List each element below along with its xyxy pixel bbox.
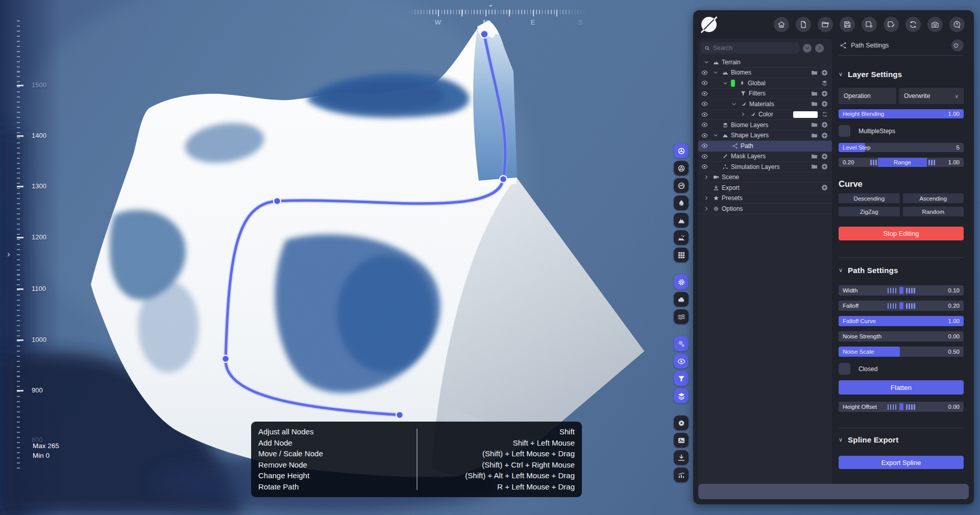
layer-row-shape-layers[interactable]: Shape Layers [698,131,832,141]
layer-row-color[interactable]: Color [698,110,832,120]
chevron-right-icon[interactable] [702,175,710,180]
range-band[interactable]: Range [878,158,927,167]
tool-filter-funnel[interactable] [674,371,689,386]
layer-row-materials[interactable]: Materials [698,99,832,110]
left-panel-expander[interactable]: › [7,249,10,259]
layer-row-scene[interactable]: Scene [698,173,832,183]
tool-layers[interactable] [674,388,689,403]
height-blending-slider[interactable]: Height Blending 1.00 [839,109,964,118]
tool-statistics-chart[interactable] [674,468,689,482]
tool-cloud[interactable] [674,292,689,307]
layer-row-biomes[interactable]: Biomes [698,68,832,79]
tool-gears[interactable] [674,336,689,351]
layer-row-filters[interactable]: Filters [698,89,832,100]
tool-erosion-flame[interactable] [674,195,689,210]
noise-scale-slider[interactable]: Noise Scale 0.50 [839,347,964,357]
curve-ascending-button[interactable]: Ascending [903,193,964,203]
chevron-right-icon[interactable] [702,195,710,201]
folder-icon[interactable] [811,90,818,97]
tool-island[interactable] [674,230,689,245]
new-file-button[interactable] [796,17,811,32]
chevron-down-icon[interactable] [730,102,738,107]
add-icon[interactable] [821,101,828,107]
power-toggle-button[interactable] [951,39,964,52]
visibility-eye-icon[interactable] [701,80,708,86]
layer-row-path[interactable]: Path [698,141,832,152]
save-button[interactable] [840,17,855,32]
tool-world-wheel[interactable] [674,143,689,158]
layer-row-options[interactable]: Options [698,204,832,214]
falloff-slider[interactable]: Falloff 0.20 [839,301,964,311]
chevron-right-icon[interactable] [739,112,747,117]
tool-visibility-eye[interactable] [674,354,689,369]
folder-icon[interactable] [811,132,818,139]
color-swatch[interactable] [793,111,818,118]
slider-handle[interactable] [899,302,903,309]
tool-grid[interactable] [674,248,689,262]
folder-icon[interactable] [811,101,818,107]
multiple-steps-checkbox[interactable] [839,125,850,137]
closed-checkbox[interactable] [839,363,850,375]
layer-row-biome-layers[interactable]: Biome Layers [698,120,832,131]
layer-row-simulation-layers[interactable]: Simulation Layers [698,162,832,173]
operation-dropdown[interactable]: Overwrite ∨ [899,88,964,104]
noise-strength-slider[interactable]: Noise Strength 0.00 [839,331,964,341]
visibility-eye-icon[interactable] [701,101,708,107]
add-icon[interactable] [821,132,828,139]
tool-planet-terrain[interactable] [674,178,689,193]
tool-world-wheel-alt[interactable] [674,161,689,176]
level-step-slider[interactable]: Level Step 5 [839,143,964,152]
screenshot-button[interactable] [927,17,943,32]
layer-row-mask-layers[interactable]: Mask Layers [698,152,832,162]
save-as-button[interactable] [862,17,877,32]
width-slider[interactable]: Width 0.10 [839,285,964,296]
visibility-eye-icon[interactable] [701,153,708,160]
visibility-eye-icon[interactable] [701,142,708,149]
add-icon[interactable] [821,184,828,191]
chevron-down-icon[interactable] [702,60,710,65]
save-edit-button[interactable] [884,17,899,32]
chevron-down-icon[interactable] [712,70,719,75]
layer-row-export[interactable]: Export [698,183,832,193]
open-folder-button[interactable] [818,17,833,32]
tool-water-waves[interactable] [674,309,689,324]
tool-mountain[interactable] [674,213,689,228]
folder-icon[interactable] [811,163,818,170]
layer-row-terrain[interactable]: Terrain [698,57,832,68]
flatten-button[interactable]: Flatten [839,380,964,395]
slider-handle[interactable] [899,287,903,294]
layer-settings-section-header[interactable]: ∨ Layer Settings [839,70,964,79]
spline-export-section-header[interactable]: ∨ Spline Export [839,435,964,444]
folder-icon[interactable] [811,69,818,76]
slider-handle[interactable] [899,403,903,410]
range-slider[interactable]: 0.20 Range 1.00 [839,158,964,167]
layers-add-icon[interactable] [821,80,828,86]
export-spline-button[interactable]: Export Spline [839,456,964,469]
curve-descending-button[interactable]: Descending [839,193,900,203]
path-settings-section-header[interactable]: ∨ Path Settings [839,266,964,275]
layer-row-global[interactable]: Global [698,78,832,89]
add-icon[interactable] [821,69,828,76]
stop-editing-button[interactable]: Stop Editing [839,227,964,240]
folder-icon[interactable] [811,121,818,128]
refresh-icon[interactable] [822,111,828,117]
visibility-eye-icon[interactable] [701,132,708,139]
visibility-eye-icon[interactable] [701,69,708,76]
help-button[interactable] [949,17,965,32]
tool-record-circle[interactable] [674,415,689,430]
tool-download[interactable] [674,450,689,465]
expand-all-button[interactable] [815,44,824,53]
chevron-down-icon[interactable] [712,133,719,138]
home-button[interactable] [774,17,789,32]
falloff-curve-slider[interactable]: Falloff Curve 1.00 [839,316,964,326]
collapse-all-button[interactable] [803,44,812,53]
chevron-right-icon[interactable] [702,206,710,211]
visibility-eye-icon[interactable] [701,163,708,170]
add-icon[interactable] [821,163,828,170]
visibility-eye-icon[interactable] [701,121,708,128]
height-offset-slider[interactable]: Height Offset 0.00 [839,402,964,412]
folder-icon[interactable] [811,153,818,160]
reload-button[interactable] [905,17,921,32]
add-icon[interactable] [821,90,828,97]
curve-random-button[interactable]: Random [903,207,964,216]
